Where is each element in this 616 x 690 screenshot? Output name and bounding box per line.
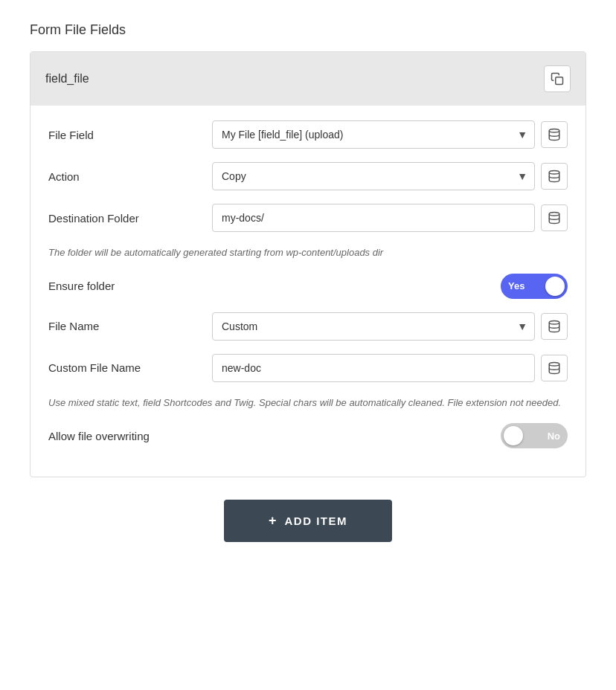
custom-file-name-hint: Use mixed static text, field Shortcodes … xyxy=(48,396,568,410)
allow-overwriting-thumb xyxy=(504,426,523,445)
allow-overwriting-toggle[interactable]: No xyxy=(501,423,568,448)
file-name-select[interactable]: CustomOriginalTimestamp xyxy=(212,312,535,341)
svg-point-3 xyxy=(549,213,559,216)
file-name-select-wrapper: CustomOriginalTimestamp ▼ xyxy=(212,312,535,341)
card-header: field_file xyxy=(31,52,585,106)
destination-folder-db-button[interactable] xyxy=(541,204,568,231)
destination-folder-hint: The folder will be automatically generat… xyxy=(48,245,568,260)
action-label: Action xyxy=(48,170,212,183)
allow-overwriting-row: Allow file overwriting No xyxy=(48,423,568,448)
action-control: CopyMoveDelete ▼ xyxy=(212,162,568,190)
allow-overwriting-off-text: No xyxy=(548,431,560,442)
file-field-control: My File [field_file] (upload) ▼ xyxy=(212,120,568,149)
ensure-folder-thumb xyxy=(545,277,565,296)
custom-file-name-db-button[interactable] xyxy=(541,355,568,381)
db-icon xyxy=(548,128,561,141)
card-body: File Field My File [field_file] (upload)… xyxy=(31,106,585,477)
svg-point-5 xyxy=(549,362,559,366)
page-title: Form File Fields xyxy=(30,22,126,38)
custom-file-db-icon xyxy=(548,361,561,375)
file-name-row: File Name CustomOriginalTimestamp ▼ xyxy=(48,312,568,341)
svg-point-1 xyxy=(549,129,559,133)
card-header-title: field_file xyxy=(45,72,89,86)
add-item-plus-icon: + xyxy=(269,513,277,529)
file-name-db-button[interactable] xyxy=(541,313,568,340)
ensure-folder-toggle[interactable]: Yes xyxy=(501,274,568,299)
file-field-label: File Field xyxy=(48,129,212,141)
ensure-folder-toggle-container: Yes xyxy=(501,274,568,299)
add-item-button[interactable]: + ADD ITEM xyxy=(224,500,392,542)
destination-folder-input[interactable] xyxy=(212,204,535,232)
ensure-folder-label: Ensure folder xyxy=(48,280,212,292)
allow-overwriting-label: Allow file overwriting xyxy=(48,430,212,442)
file-field-row: File Field My File [field_file] (upload)… xyxy=(48,120,568,149)
destination-folder-row: Destination Folder xyxy=(48,204,568,232)
custom-file-name-control xyxy=(212,354,568,382)
action-row: Action CopyMoveDelete ▼ xyxy=(48,162,568,190)
destination-db-icon xyxy=(548,211,561,225)
file-field-db-button[interactable] xyxy=(541,121,568,148)
svg-rect-0 xyxy=(556,77,563,85)
svg-point-4 xyxy=(549,320,559,324)
destination-folder-label: Destination Folder xyxy=(48,212,212,225)
custom-file-name-label: Custom File Name xyxy=(48,361,212,374)
ensure-folder-row: Ensure folder Yes xyxy=(48,274,568,299)
destination-folder-control xyxy=(212,204,568,232)
action-db-button[interactable] xyxy=(541,163,568,190)
svg-point-2 xyxy=(549,171,559,175)
action-db-icon xyxy=(548,170,561,183)
ensure-folder-on-text: Yes xyxy=(508,280,524,291)
file-name-db-icon xyxy=(548,320,561,333)
copy-icon xyxy=(551,72,564,86)
file-field-select-wrapper: My File [field_file] (upload) ▼ xyxy=(212,120,535,149)
custom-file-name-row: Custom File Name xyxy=(48,354,568,382)
file-name-control: CustomOriginalTimestamp ▼ xyxy=(212,312,568,341)
form-card: field_file File Field My File [field_fil… xyxy=(30,51,586,477)
file-field-select[interactable]: My File [field_file] (upload) xyxy=(212,120,535,149)
action-select[interactable]: CopyMoveDelete xyxy=(212,162,535,190)
custom-file-name-input[interactable] xyxy=(212,354,535,382)
add-item-label: ADD ITEM xyxy=(285,515,348,527)
copy-icon-button[interactable] xyxy=(544,65,571,92)
action-select-wrapper: CopyMoveDelete ▼ xyxy=(212,162,535,190)
file-name-label: File Name xyxy=(48,320,212,332)
allow-overwriting-toggle-container: No xyxy=(501,423,568,448)
